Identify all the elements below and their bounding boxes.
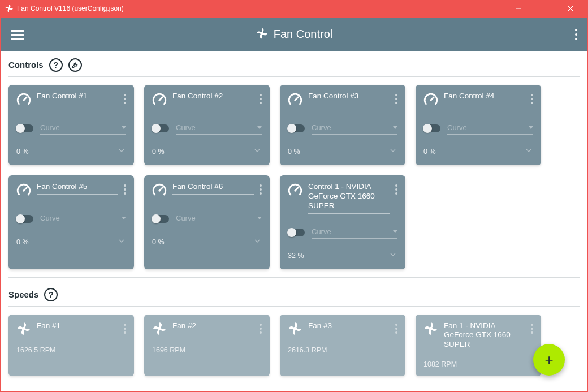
chevron-down-icon xyxy=(122,217,126,219)
control-card: Fan Control #1 Curve 0 % xyxy=(8,85,134,165)
speed-more-button[interactable] xyxy=(260,321,262,334)
control-more-button[interactable] xyxy=(395,182,397,195)
expand-button[interactable] xyxy=(388,146,397,157)
gauge-icon xyxy=(16,93,31,110)
control-enable-toggle[interactable] xyxy=(288,229,305,236)
control-card: Fan Control #5 Curve 0 % xyxy=(8,175,134,269)
control-name-input[interactable]: Fan Control #1 xyxy=(37,92,118,104)
curve-select[interactable]: Curve xyxy=(312,122,397,135)
speed-rpm: 2616.3 RPM xyxy=(288,346,397,354)
chevron-down-icon xyxy=(257,217,262,219)
gauge-icon xyxy=(152,183,167,200)
curve-select[interactable]: Curve xyxy=(447,122,533,135)
expand-button[interactable] xyxy=(253,146,262,157)
hamburger-menu-button[interactable] xyxy=(11,28,24,41)
header-more-button[interactable] xyxy=(575,29,577,40)
speed-more-button[interactable] xyxy=(531,321,533,334)
curve-select[interactable]: Curve xyxy=(40,213,126,225)
control-enable-toggle[interactable] xyxy=(152,215,169,223)
speed-more-button[interactable] xyxy=(124,321,126,334)
control-card: Fan Control #3 Curve 0 % xyxy=(280,85,405,165)
chevron-down-icon xyxy=(257,126,262,129)
close-button[interactable] xyxy=(557,0,583,17)
speeds-grid: Fan #1 1626.5 RPM Fan #2 1696 RPM Fan #3 xyxy=(8,306,580,385)
chevron-down-icon xyxy=(529,126,533,129)
controls-grid: Fan Control #1 Curve 0 % xyxy=(8,76,580,278)
speed-card: Fan #1 1626.5 RPM xyxy=(8,315,134,377)
maximize-button[interactable] xyxy=(531,0,557,17)
control-percent: 0 % xyxy=(16,238,29,246)
control-percent: 0 % xyxy=(288,148,300,156)
curve-placeholder: Curve xyxy=(176,123,196,132)
control-name-input[interactable]: Fan Control #4 xyxy=(444,92,525,104)
speed-rpm: 1626.5 RPM xyxy=(16,346,126,354)
control-percent: 0 % xyxy=(423,148,436,156)
gauge-icon xyxy=(16,183,31,200)
chevron-down-icon xyxy=(393,126,397,129)
curve-select[interactable]: Curve xyxy=(40,122,126,135)
control-name-input[interactable]: Fan Control #2 xyxy=(172,92,254,104)
control-more-button[interactable] xyxy=(260,92,262,104)
speed-more-button[interactable] xyxy=(395,321,397,334)
header-title: Fan Control xyxy=(274,28,333,41)
control-more-button[interactable] xyxy=(124,92,126,104)
curve-placeholder: Curve xyxy=(312,227,331,236)
curve-select[interactable]: Curve xyxy=(312,226,397,239)
control-enable-toggle[interactable] xyxy=(16,124,33,132)
control-enable-toggle[interactable] xyxy=(288,124,305,132)
control-name-input[interactable]: Fan Control #6 xyxy=(172,182,254,195)
expand-button[interactable] xyxy=(388,250,397,261)
speed-card: Fan 1 - NVIDIA GeForce GTX 1660 SUPER 10… xyxy=(416,315,541,377)
plus-icon: + xyxy=(544,351,553,369)
titlebar: Fan Control V116 (userConfig.json) xyxy=(0,0,588,17)
control-card: Fan Control #2 Curve 0 % xyxy=(144,85,270,165)
curve-placeholder: Curve xyxy=(40,123,60,132)
speed-card: Fan #2 1696 RPM xyxy=(144,315,270,377)
window-title: Fan Control V116 (userConfig.json) xyxy=(17,5,124,12)
control-enable-toggle[interactable] xyxy=(152,124,169,132)
expand-button[interactable] xyxy=(117,146,126,157)
control-percent: 0 % xyxy=(152,148,165,156)
curve-select[interactable]: Curve xyxy=(176,213,262,225)
gauge-icon xyxy=(288,183,302,200)
add-fab-button[interactable]: + xyxy=(533,344,565,376)
control-percent: 0 % xyxy=(152,238,165,246)
speed-name-input[interactable]: Fan #3 xyxy=(308,321,390,334)
speeds-help-button[interactable]: ? xyxy=(44,288,58,301)
control-more-button[interactable] xyxy=(531,92,533,104)
speed-rpm: 1696 RPM xyxy=(152,346,262,354)
expand-button[interactable] xyxy=(524,146,533,157)
control-name-input[interactable]: Fan Control #3 xyxy=(308,92,390,104)
controls-help-button[interactable]: ? xyxy=(49,58,63,72)
controls-section-label: Controls xyxy=(8,60,44,70)
curve-select[interactable]: Curve xyxy=(176,122,262,135)
minimize-button[interactable] xyxy=(505,0,531,17)
control-more-button[interactable] xyxy=(124,182,126,195)
controls-configure-button[interactable] xyxy=(68,58,82,72)
gauge-icon xyxy=(152,93,167,110)
speed-card: Fan #3 2616.3 RPM xyxy=(280,315,405,377)
control-card: Fan Control #4 Curve 0 % xyxy=(416,85,541,165)
control-enable-toggle[interactable] xyxy=(16,215,33,223)
expand-button[interactable] xyxy=(117,236,126,248)
speed-name-input[interactable]: Fan #2 xyxy=(172,321,254,334)
control-name-input[interactable]: Fan Control #5 xyxy=(37,182,118,195)
chevron-down-icon xyxy=(393,230,397,233)
speed-name-input[interactable]: Fan #1 xyxy=(37,321,118,334)
curve-placeholder: Curve xyxy=(447,123,467,132)
control-enable-toggle[interactable] xyxy=(423,124,440,132)
fan-icon xyxy=(152,321,167,338)
expand-button[interactable] xyxy=(253,236,262,248)
control-name-input[interactable]: Control 1 - NVIDIA GeForce GTX 1660 SUPE… xyxy=(308,182,390,214)
control-more-button[interactable] xyxy=(395,92,397,104)
curve-placeholder: Curve xyxy=(176,214,196,222)
control-more-button[interactable] xyxy=(260,182,262,195)
fan-icon xyxy=(288,321,302,338)
control-card: Fan Control #6 Curve 0 % xyxy=(144,175,270,269)
gauge-icon xyxy=(288,93,302,110)
control-card: Control 1 - NVIDIA GeForce GTX 1660 SUPE… xyxy=(280,175,405,269)
svg-rect-5 xyxy=(542,6,547,11)
app-fan-icon xyxy=(5,4,14,13)
speed-name-input[interactable]: Fan 1 - NVIDIA GeForce GTX 1660 SUPER xyxy=(444,321,525,353)
speeds-section-label: Speeds xyxy=(8,290,38,299)
